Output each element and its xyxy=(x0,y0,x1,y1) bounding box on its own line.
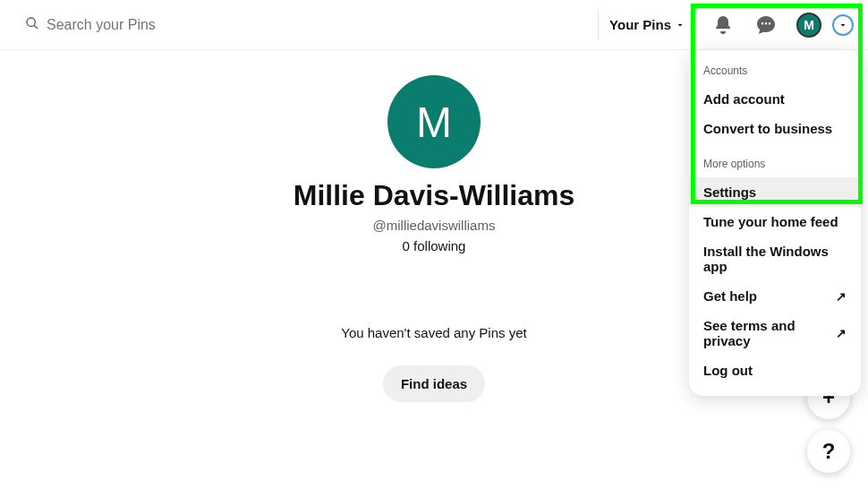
menu-item-label: Get help xyxy=(703,288,757,304)
notifications-button[interactable] xyxy=(703,5,743,45)
your-pins-button[interactable]: Your Pins xyxy=(598,10,696,39)
bell-icon xyxy=(712,14,734,36)
account-dropdown-menu: Accounts Add account Convert to business… xyxy=(689,50,861,396)
avatar-small: M xyxy=(796,13,821,38)
menu-item-tune-feed[interactable]: Tune your home feed xyxy=(689,207,861,236)
your-pins-label: Your Pins xyxy=(609,17,671,32)
chat-icon xyxy=(755,14,777,36)
header: Your Pins M xyxy=(0,0,868,50)
search-icon xyxy=(25,16,39,34)
help-button[interactable]: ? xyxy=(807,430,850,473)
account-menu-button[interactable] xyxy=(832,14,854,36)
menu-item-see-terms[interactable]: See terms and privacy ↗ xyxy=(689,311,861,356)
find-ideas-button[interactable]: Find ideas xyxy=(383,365,485,402)
search-input[interactable] xyxy=(47,17,573,33)
chevron-down-icon xyxy=(675,20,685,30)
header-right: Your Pins M xyxy=(598,5,854,45)
external-link-icon: ↗ xyxy=(836,326,847,340)
search-container[interactable] xyxy=(14,7,583,43)
menu-item-add-account[interactable]: Add account xyxy=(689,84,861,114)
menu-item-get-help[interactable]: Get help ↗ xyxy=(689,281,861,311)
profile-avatar-button[interactable]: M xyxy=(789,5,829,45)
menu-item-log-out[interactable]: Log out xyxy=(689,356,861,385)
menu-item-settings[interactable]: Settings xyxy=(689,177,861,207)
menu-item-install-windows[interactable]: Install the Windows app xyxy=(689,236,861,281)
menu-item-convert-business[interactable]: Convert to business xyxy=(689,114,861,143)
external-link-icon: ↗ xyxy=(836,289,847,304)
menu-section-accounts: Accounts xyxy=(689,61,861,84)
messages-button[interactable] xyxy=(746,5,786,45)
profile-avatar: M xyxy=(387,75,481,168)
menu-section-more-options: More options xyxy=(689,154,861,177)
chevron-down-icon xyxy=(838,20,848,30)
menu-item-label: See terms and privacy xyxy=(703,318,836,348)
